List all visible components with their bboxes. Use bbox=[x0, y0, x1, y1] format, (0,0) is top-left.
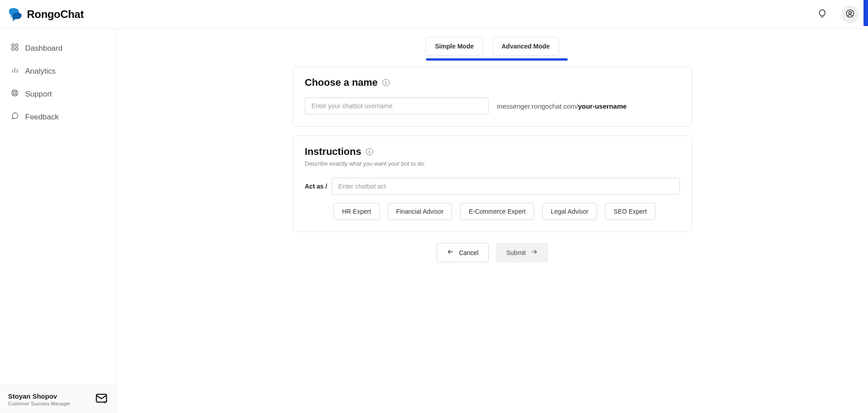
url-prefix: messenger.rongochat.com/ bbox=[497, 102, 578, 110]
sidebar-item-support[interactable]: Support bbox=[4, 83, 112, 105]
arrow-right-icon bbox=[530, 248, 538, 257]
lifebuoy-icon bbox=[11, 89, 19, 99]
contact-role: Customer Success Manager bbox=[8, 401, 70, 406]
svg-rect-3 bbox=[16, 44, 18, 46]
user-circle-icon bbox=[845, 9, 855, 20]
lightbulb-icon bbox=[817, 9, 827, 20]
sidebar-item-label: Analytics bbox=[25, 67, 56, 76]
sidebar-item-label: Feedback bbox=[25, 113, 59, 122]
cancel-button[interactable]: Cancel bbox=[437, 243, 489, 262]
chat-icon bbox=[11, 112, 19, 122]
tab-simple-mode[interactable]: Simple Mode bbox=[425, 37, 483, 56]
svg-rect-4 bbox=[12, 48, 14, 50]
info-icon[interactable]: i bbox=[366, 148, 373, 155]
sidebar-footer[interactable]: Stoyan Shopov Customer Success Manager bbox=[0, 385, 116, 413]
tab-advanced-mode[interactable]: Advanced Mode bbox=[492, 37, 559, 56]
mail-check-icon bbox=[95, 391, 108, 407]
svg-rect-2 bbox=[12, 44, 14, 46]
url-username: your-username bbox=[578, 102, 627, 110]
bars-icon bbox=[11, 66, 19, 76]
svg-point-10 bbox=[13, 92, 16, 94]
actas-label: Act as / bbox=[305, 183, 327, 190]
profile-button[interactable] bbox=[841, 5, 859, 23]
chip-legal-advisor[interactable]: Legal Advisor bbox=[542, 203, 597, 220]
brand-name: RongoChat bbox=[27, 8, 84, 21]
actas-input[interactable] bbox=[332, 178, 680, 195]
main-content: Simple Mode Advanced Mode Choose a name … bbox=[117, 29, 868, 413]
submit-button[interactable]: Submit bbox=[496, 243, 548, 262]
sidebar-item-dashboard[interactable]: Dashboard bbox=[4, 38, 112, 59]
sidebar-item-analytics[interactable]: Analytics bbox=[4, 61, 112, 82]
chip-hr-expert[interactable]: HR Expert bbox=[333, 203, 380, 220]
cancel-label: Cancel bbox=[459, 249, 478, 256]
chip-financial-advisor[interactable]: Financial Advisor bbox=[388, 203, 452, 220]
svg-rect-5 bbox=[16, 48, 18, 50]
contact-name: Stoyan Shopov bbox=[8, 392, 70, 400]
logo-icon bbox=[6, 6, 22, 22]
url-preview: messenger.rongochat.com/your-username bbox=[497, 102, 627, 110]
app-header: RongoChat bbox=[0, 0, 868, 29]
actas-suggestions: HR Expert Financial Advisor E-Commerce E… bbox=[333, 203, 680, 220]
submit-label: Submit bbox=[506, 249, 526, 256]
username-input[interactable] bbox=[305, 97, 489, 114]
instructions-card-title: Instructions bbox=[305, 146, 361, 158]
name-card: Choose a name i messenger.rongochat.com/… bbox=[293, 66, 692, 127]
sidebar-footer-text: Stoyan Shopov Customer Success Manager bbox=[8, 392, 70, 406]
hint-button[interactable] bbox=[813, 5, 831, 23]
right-accent-bar bbox=[864, 0, 868, 26]
chip-ecommerce-expert[interactable]: E-Commerce Expert bbox=[460, 203, 534, 220]
sidebar: Dashboard Analytics bbox=[0, 29, 117, 413]
form-actions: Cancel Submit bbox=[437, 243, 548, 262]
sidebar-item-label: Dashboard bbox=[25, 44, 62, 53]
grid-icon bbox=[11, 43, 19, 53]
sidebar-nav: Dashboard Analytics bbox=[0, 34, 116, 131]
info-icon[interactable]: i bbox=[382, 79, 390, 86]
arrow-left-icon bbox=[447, 248, 454, 257]
header-actions bbox=[813, 5, 859, 23]
name-card-title: Choose a name bbox=[305, 77, 378, 88]
svg-point-1 bbox=[849, 11, 851, 14]
mode-tabs: Simple Mode Advanced Mode bbox=[425, 37, 559, 56]
sidebar-item-label: Support bbox=[25, 90, 52, 99]
sidebar-item-feedback[interactable]: Feedback bbox=[4, 106, 112, 127]
chip-seo-expert[interactable]: SEO Expert bbox=[605, 203, 655, 220]
instructions-card: Instructions i Describe exactly what you… bbox=[293, 136, 692, 232]
brand-logo[interactable]: RongoChat bbox=[6, 6, 84, 22]
instructions-description: Describe exactly what you want your bot … bbox=[305, 160, 680, 167]
